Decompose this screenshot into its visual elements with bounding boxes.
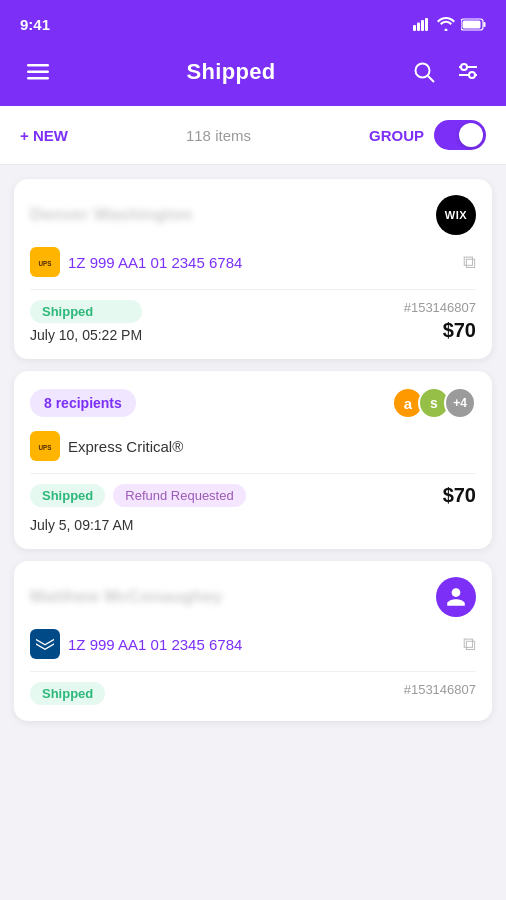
toggle-knob bbox=[459, 123, 483, 147]
tracking-number-1: 1Z 999 AA1 01 2345 6784 bbox=[68, 254, 242, 271]
card-1-footer-right: #153146807 $70 bbox=[404, 300, 476, 342]
card-2-badges-row: Shipped Refund Requested bbox=[30, 484, 246, 507]
svg-line-11 bbox=[428, 76, 434, 82]
recipients-badge: 8 recipients bbox=[30, 389, 136, 417]
usps-icon bbox=[36, 638, 54, 650]
ups-logo-2: UPS bbox=[30, 431, 60, 461]
page-title: Shipped bbox=[187, 59, 276, 85]
copy-icon-3[interactable]: ⧉ bbox=[463, 634, 476, 655]
card-1-footer-left: Shipped July 10, 05:22 PM bbox=[30, 300, 142, 343]
card-2-footer: Shipped Refund Requested July 5, 09:17 A… bbox=[30, 484, 476, 533]
more-platforms-icon: +4 bbox=[444, 387, 476, 419]
card-1-tracking-row: UPS 1Z 999 AA1 01 2345 6784 ⧉ bbox=[30, 247, 476, 277]
ups-icon: UPS bbox=[36, 253, 54, 271]
platform-icons: a s +4 bbox=[398, 387, 476, 419]
filter-button[interactable] bbox=[450, 54, 486, 90]
service-name: Express Critical® bbox=[68, 438, 183, 455]
filter-icon bbox=[456, 61, 480, 83]
svg-rect-1 bbox=[417, 22, 420, 31]
wifi-icon bbox=[437, 17, 455, 31]
nav-bar: Shipped bbox=[0, 44, 506, 106]
svg-rect-7 bbox=[27, 64, 49, 67]
cards-area: Denver Washington WIX UPS 1Z 999 AA1 01 … bbox=[0, 165, 506, 735]
nav-actions bbox=[406, 54, 486, 90]
svg-text:UPS: UPS bbox=[39, 260, 52, 267]
card-3-order-id: #153146807 bbox=[404, 682, 476, 697]
svg-point-10 bbox=[415, 64, 429, 78]
ups-icon-2: UPS bbox=[36, 437, 54, 455]
card-1-order-id: #153146807 bbox=[404, 300, 476, 315]
svg-rect-8 bbox=[27, 71, 49, 74]
card-1-date: July 10, 05:22 PM bbox=[30, 327, 142, 343]
user-icon bbox=[445, 586, 467, 608]
card-2-service-row: UPS Express Critical® bbox=[30, 431, 476, 461]
status-icons bbox=[413, 17, 486, 31]
card-3-footer: Shipped #153146807 bbox=[30, 682, 476, 705]
card-2-divider bbox=[30, 473, 476, 474]
tracking-number-3: 1Z 999 AA1 01 2345 6784 bbox=[68, 636, 242, 653]
usps-logo bbox=[30, 629, 60, 659]
card-1-name: Denver Washington bbox=[30, 205, 192, 225]
shipped-badge-3: Shipped bbox=[30, 682, 105, 705]
shipped-badge-2: Shipped bbox=[30, 484, 105, 507]
card-1-price: $70 bbox=[443, 319, 476, 342]
card-2-price: $70 bbox=[443, 484, 476, 507]
card-3-header: Matthew McConaughey bbox=[30, 577, 476, 617]
copy-icon-1[interactable]: ⧉ bbox=[463, 252, 476, 273]
card-3-divider bbox=[30, 671, 476, 672]
card-2-date: July 5, 09:17 AM bbox=[30, 517, 246, 533]
new-button[interactable]: + NEW bbox=[20, 127, 68, 144]
card-2-tracking-left: UPS Express Critical® bbox=[30, 431, 183, 461]
card-3-tracking-left: 1Z 999 AA1 01 2345 6784 bbox=[30, 629, 242, 659]
toolbar-right: GROUP bbox=[369, 120, 486, 150]
search-icon bbox=[413, 61, 435, 83]
status-time: 9:41 bbox=[20, 16, 50, 33]
shipment-card-2[interactable]: 8 recipients a s +4 UPS Express Critical… bbox=[14, 371, 492, 549]
battery-icon bbox=[461, 18, 486, 31]
search-button[interactable] bbox=[406, 54, 442, 90]
card-3-footer-left: Shipped bbox=[30, 682, 105, 705]
card-1-footer: Shipped July 10, 05:22 PM #153146807 $70 bbox=[30, 300, 476, 343]
group-button[interactable]: GROUP bbox=[369, 127, 424, 144]
item-count: 118 items bbox=[186, 127, 251, 144]
card-2-footer-left: Shipped Refund Requested July 5, 09:17 A… bbox=[30, 484, 246, 533]
card-1-divider bbox=[30, 289, 476, 290]
shipment-card-1[interactable]: Denver Washington WIX UPS 1Z 999 AA1 01 … bbox=[14, 179, 492, 359]
tracking-left: UPS 1Z 999 AA1 01 2345 6784 bbox=[30, 247, 242, 277]
shipped-badge-1: Shipped bbox=[30, 300, 142, 323]
svg-rect-6 bbox=[484, 22, 486, 27]
card-3-tracking-row: 1Z 999 AA1 01 2345 6784 ⧉ bbox=[30, 629, 476, 659]
menu-button[interactable] bbox=[20, 54, 56, 90]
card-2-footer-right: $70 bbox=[443, 484, 476, 507]
svg-rect-2 bbox=[421, 20, 424, 31]
shipment-card-3[interactable]: Matthew McConaughey 1Z 999 AA1 01 2345 6… bbox=[14, 561, 492, 721]
refund-badge: Refund Requested bbox=[113, 484, 245, 507]
card-2-recipients-row: 8 recipients a s +4 bbox=[30, 387, 476, 419]
status-bar: 9:41 bbox=[0, 0, 506, 44]
wix-badge: WIX bbox=[436, 195, 476, 235]
svg-rect-5 bbox=[463, 20, 481, 28]
svg-point-15 bbox=[469, 72, 475, 78]
svg-point-14 bbox=[461, 64, 467, 70]
card-3-avatar bbox=[436, 577, 476, 617]
svg-rect-9 bbox=[27, 77, 49, 80]
svg-rect-0 bbox=[413, 25, 416, 31]
signal-icon bbox=[413, 18, 431, 31]
ups-logo: UPS bbox=[30, 247, 60, 277]
card-3-name: Matthew McConaughey bbox=[30, 587, 223, 607]
svg-text:UPS: UPS bbox=[39, 444, 52, 451]
toolbar: + NEW 118 items GROUP bbox=[0, 106, 506, 165]
card-3-footer-right: #153146807 bbox=[404, 682, 476, 697]
menu-icon bbox=[27, 64, 49, 80]
group-toggle[interactable] bbox=[434, 120, 486, 150]
card-1-header: Denver Washington WIX bbox=[30, 195, 476, 235]
svg-rect-3 bbox=[425, 18, 428, 31]
